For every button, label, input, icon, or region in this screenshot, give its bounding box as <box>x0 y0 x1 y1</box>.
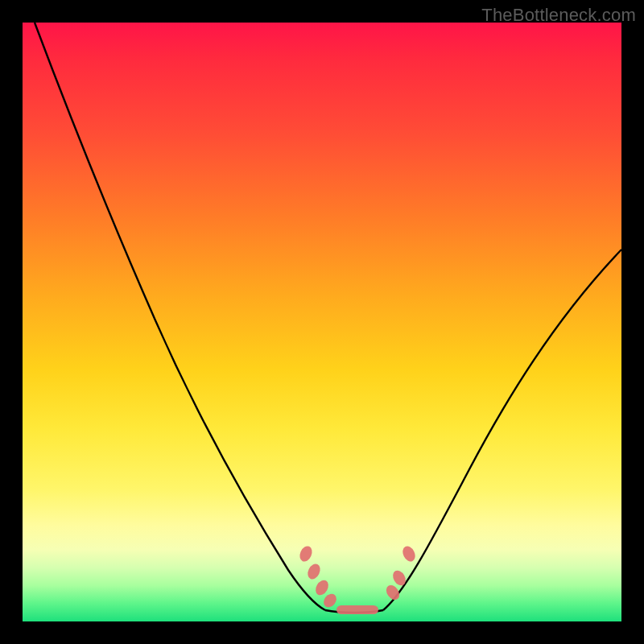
chart-plot-area <box>23 23 621 621</box>
curve-right <box>383 250 621 610</box>
curve-left <box>35 23 325 610</box>
chart-curve-layer <box>23 23 621 621</box>
marker-icon <box>321 592 339 610</box>
marker-icon <box>313 578 331 597</box>
marker-icon <box>305 562 322 581</box>
marker-icon <box>298 544 315 564</box>
watermark-label: TheBottleneck.com <box>481 5 636 26</box>
marker-icon <box>400 544 417 564</box>
marker-icon <box>336 605 378 614</box>
chart-frame: TheBottleneck.com <box>0 0 644 644</box>
